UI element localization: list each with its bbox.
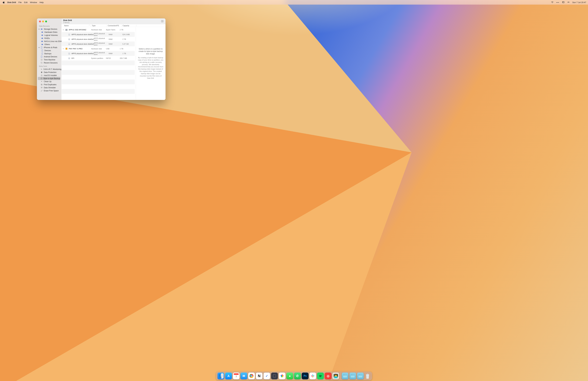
- menu-extras-icon[interactable]: •••: [556, 1, 559, 3]
- dock-app-notion[interactable]: N: [256, 373, 263, 379]
- dock-app-pixelmator[interactable]: [271, 373, 278, 379]
- sidebar-item-label: RAIDs: [44, 37, 50, 39]
- detail-body: By creating a byte-to-byte backup copy o…: [138, 57, 163, 79]
- dock-folder-1[interactable]: [342, 373, 349, 379]
- sidebar-item-storage-devices[interactable]: ▾ Storage Devices: [37, 28, 61, 31]
- disk-icon: [41, 44, 43, 45]
- sort-asc-icon: ⌃: [89, 25, 90, 26]
- dock-folder-3[interactable]: [357, 373, 364, 379]
- sidebar-item-data-protection[interactable]: Data Protection: [37, 71, 61, 74]
- table-row[interactable]: APFS physical store disk0s3APFS physical…: [62, 42, 135, 46]
- row-type: Hardware disk: [91, 29, 106, 31]
- dock-app-messages[interactable]: ●: [287, 373, 293, 379]
- dock-trash[interactable]: [365, 373, 371, 379]
- help-book-icon[interactable]: [161, 20, 164, 23]
- table-row[interactable]: APFS physical store disk0s1APFS physical…: [62, 32, 135, 37]
- row-connection: RAW: [109, 38, 123, 40]
- dock-app-pocketcasts[interactable]: ◎: [325, 373, 332, 379]
- sidebar-item-logical-volumes[interactable]: Logical Volumes: [37, 34, 61, 37]
- sidebar-item-erase-free-space[interactable]: Erase Free Space: [37, 89, 61, 92]
- dock-folder-2[interactable]: [349, 373, 356, 379]
- dock-app-chrome[interactable]: [248, 373, 255, 379]
- sidebar-item-macos-installer[interactable]: macOS Installer: [37, 74, 61, 77]
- table-row[interactable]: ▾APPLE SSD AP2048ZHardware diskApple Fab…: [62, 27, 135, 32]
- menu-edit[interactable]: Edit: [24, 1, 27, 3]
- dock-app-memoji[interactable]: 👨‍💻: [333, 373, 339, 379]
- dock-app-finder[interactable]: [218, 373, 224, 379]
- column-headers: Name ⌃ Type Connection/FS Capacity: [62, 24, 166, 27]
- column-capacity[interactable]: Capacity: [123, 25, 136, 26]
- empty-row: [62, 61, 135, 65]
- close-button[interactable]: [39, 21, 41, 22]
- sidebar-item-android-devices[interactable]: Android Devices: [37, 55, 61, 58]
- empty-row: [62, 70, 135, 75]
- row-name: EFI: [71, 57, 74, 59]
- sidebar-item-nas-linux[interactable]: NAS & Linux via SSH: [37, 40, 61, 43]
- sidebar-item-hardware-disks[interactable]: Hardware Disks: [37, 31, 61, 34]
- disk-icon: [41, 31, 43, 33]
- sidebar-item-label: Storage Devices: [44, 28, 57, 30]
- dock-app-slack[interactable]: [310, 373, 316, 379]
- row-capacity: 2 TB: [120, 29, 132, 31]
- volume-icon: [68, 52, 71, 55]
- sidebar-item-iphones-ipads[interactable]: ▾ iPhones & iPads: [37, 46, 61, 49]
- row-type: Hardware disk: [91, 48, 106, 50]
- menubar-clock[interactable]: Sun 7 Jul 20:47: [572, 1, 586, 3]
- dock-app-things[interactable]: ✓: [264, 373, 270, 379]
- chevron-down-icon[interactable]: ▾: [62, 29, 64, 30]
- svg-rect-38: [272, 374, 277, 378]
- menu-window[interactable]: Window: [30, 1, 37, 3]
- column-type[interactable]: Type: [92, 25, 107, 26]
- screen-mirroring-icon[interactable]: [562, 1, 565, 3]
- sidebar-item-others[interactable]: Others: [37, 43, 61, 46]
- menu-app-name[interactable]: Disk Drill: [7, 1, 16, 3]
- window-title: Disk Drill: [63, 19, 72, 22]
- sidebar-item-devices[interactable]: Devices: [37, 49, 61, 52]
- sidebar-item-smart[interactable]: S.M.A.R.T. Monitoring: [37, 68, 61, 71]
- sidebar-item-raids[interactable]: RAIDs: [37, 37, 61, 40]
- chevron-down-icon[interactable]: ▾: [62, 48, 64, 49]
- table-row[interactable]: APFS physical store disk6s2APFS physical…: [62, 51, 135, 56]
- sidebar-item-label: S.M.A.R.T. Monitoring: [43, 68, 62, 70]
- column-name[interactable]: Name ⌃: [62, 25, 91, 26]
- sidebar-item-find-duplicates[interactable]: Find Duplicates: [37, 83, 61, 86]
- sidebar-item-data-shredder[interactable]: Data Shredder: [37, 86, 61, 89]
- svg-point-45: [281, 375, 282, 376]
- row-name: APFS physical store disk0s3: [71, 43, 94, 45]
- minimize-button[interactable]: [42, 21, 44, 22]
- svg-rect-50: [311, 376, 313, 376]
- svg-rect-9: [41, 84, 42, 85]
- column-connection[interactable]: Connection/FS: [108, 25, 122, 26]
- table-row[interactable]: EFISystem partitionFAT32209.7 MB: [62, 56, 135, 61]
- sidebar-item-time-machine[interactable]: Time Machine: [37, 58, 61, 61]
- disk-drill-window: Data Recovery ▾ Storage Devices Hardware…: [37, 18, 166, 100]
- dock-app-photos[interactable]: [279, 373, 286, 379]
- table-row[interactable]: APFS physical store disk0s2APFS physical…: [62, 37, 135, 42]
- dock-app-whatsapp[interactable]: ✆: [294, 373, 301, 379]
- dock-app-photoshop[interactable]: Ps: [302, 373, 309, 379]
- dock-app-spotify[interactable]: [317, 373, 324, 379]
- sidebar-item-clean-up[interactable]: Clean Up: [37, 80, 61, 83]
- chevron-down-icon[interactable]: ▾: [38, 47, 40, 48]
- sidebar-item-byte-to-byte[interactable]: Byte-to-byte Backup: [38, 77, 60, 80]
- control-center-icon[interactable]: [567, 1, 570, 3]
- disk-icon: [41, 34, 43, 36]
- zoom-button[interactable]: [45, 21, 47, 22]
- sidebar-item-label: Erase Free Space: [44, 90, 59, 92]
- menu-help[interactable]: Help: [40, 1, 44, 3]
- apple-logo-icon[interactable]: [3, 1, 5, 3]
- sidebar-item-backups[interactable]: Backups: [37, 52, 61, 55]
- volume-icon: [68, 57, 71, 60]
- dock-app-mail[interactable]: ✉: [241, 373, 247, 379]
- wifi-icon[interactable]: [551, 1, 554, 3]
- dock-app-app-store[interactable]: A: [225, 373, 232, 379]
- menu-file[interactable]: File: [18, 1, 21, 3]
- svg-rect-5: [41, 56, 42, 58]
- dock-app-calendar[interactable]: 7: [233, 373, 240, 379]
- table-row[interactable]: ▾PNY PNY X-PROHardware diskUSB1 TB: [62, 46, 135, 51]
- chevron-down-icon[interactable]: ▾: [38, 28, 40, 30]
- hdd-external-icon: [65, 47, 68, 50]
- row-capacity: 2 TB: [123, 38, 135, 40]
- row-capacity: 1 TB: [123, 53, 135, 54]
- sidebar-item-recent-sessions[interactable]: Recent Sessions: [37, 61, 61, 64]
